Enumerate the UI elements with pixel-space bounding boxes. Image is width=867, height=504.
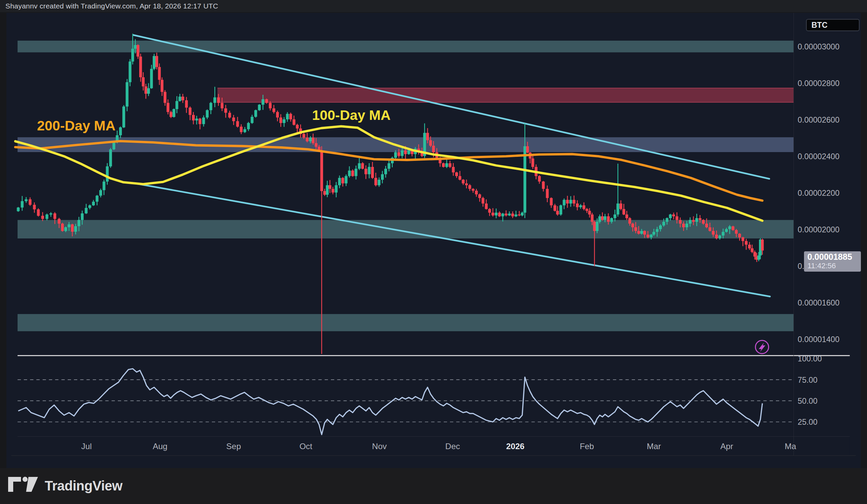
candle-body — [643, 231, 646, 235]
candle-body — [323, 191, 326, 195]
candle-body — [240, 127, 243, 132]
candle-body — [715, 235, 718, 238]
candle-body — [92, 202, 95, 205]
candle-body — [566, 200, 569, 204]
candle-body — [459, 176, 461, 180]
candle-body — [404, 150, 407, 154]
candle-body — [475, 191, 478, 194]
candle-body — [261, 99, 264, 105]
candle-body — [122, 106, 125, 127]
candle-body — [429, 140, 432, 146]
candle-body — [361, 163, 364, 169]
candle-body — [488, 209, 491, 213]
candle-body — [485, 204, 488, 209]
candle-body — [182, 97, 184, 100]
rsi-pane[interactable] — [18, 356, 794, 437]
candle-body — [309, 138, 312, 141]
candle-body — [757, 255, 760, 259]
candle-body — [593, 222, 596, 231]
price-axis-label: 0.00002600 — [798, 116, 839, 124]
candle-body — [364, 169, 367, 174]
price-chart-canvas[interactable]: 200-Day MA100-Day MA0.000030000.00002800… — [0, 12, 867, 468]
price-axis-label: 0.00003000 — [798, 42, 839, 51]
candle-body — [232, 118, 235, 121]
month-label-Apr: Apr — [720, 442, 733, 451]
symbol-button[interactable]: BTC — [806, 19, 859, 31]
candle-body — [468, 185, 471, 189]
candle-body — [546, 189, 549, 198]
candle-body — [144, 86, 147, 94]
candle-body — [109, 149, 112, 166]
candle-body — [745, 241, 748, 245]
candle-body — [531, 159, 534, 167]
price-axis-label: 0.00001400 — [798, 335, 839, 344]
candle-body — [526, 146, 529, 153]
candle-body — [387, 163, 390, 169]
current-price-value: 0.00001885 — [807, 252, 861, 261]
candle-body — [619, 204, 622, 209]
candle-body — [442, 163, 445, 167]
candle-body — [25, 199, 28, 201]
candle-body — [153, 56, 156, 69]
candle-body — [646, 235, 649, 237]
rsi-axis-label: 100.00 — [798, 354, 822, 363]
candle-body — [348, 171, 351, 176]
price-axis-label: 0.00002000 — [798, 225, 839, 234]
candle-body — [189, 108, 191, 115]
candle-body — [432, 146, 435, 152]
candle-body — [607, 216, 610, 222]
candle-body — [505, 214, 507, 215]
candle-body — [142, 77, 144, 86]
candle-body — [250, 117, 253, 123]
candle-body — [258, 105, 261, 110]
candle-body — [320, 150, 323, 191]
candle-body — [731, 226, 734, 230]
candle-body — [175, 101, 178, 109]
candle-body — [582, 205, 585, 209]
candle-body — [217, 97, 220, 103]
candle-body — [662, 222, 665, 226]
candle-body — [665, 218, 668, 222]
candle-body — [167, 103, 169, 112]
candle-body — [21, 201, 23, 208]
candle-body — [236, 121, 239, 127]
candle-body — [722, 232, 725, 236]
candle-body — [692, 220, 695, 222]
month-label-Aug: Aug — [153, 442, 167, 451]
candle-body — [306, 138, 309, 141]
rsi-axis-label: 50.00 — [798, 397, 817, 405]
current-price-badge: 0.00001885 11:42:56 — [804, 251, 861, 272]
candle-body — [449, 163, 451, 167]
candle-body — [244, 129, 246, 132]
candle-body — [221, 103, 224, 108]
candle-body — [179, 97, 181, 101]
candle-body — [712, 231, 715, 235]
candle-body — [195, 119, 198, 120]
candle-body — [672, 214, 675, 216]
candle-body — [126, 82, 128, 107]
candle-body — [213, 97, 216, 103]
candle-body — [326, 185, 329, 195]
attribution-bar: Shayannv created with TradingView.com, A… — [0, 0, 867, 12]
candle-body — [741, 237, 744, 241]
candle-body — [538, 176, 540, 182]
candle-body — [338, 178, 341, 185]
candle-body — [192, 115, 195, 120]
candle-body — [289, 114, 292, 119]
candle-body — [381, 174, 384, 180]
candle-body — [563, 200, 566, 205]
candle-body — [761, 239, 764, 250]
candle-body — [394, 152, 397, 158]
candle-body — [751, 248, 753, 252]
candle-body — [631, 224, 634, 227]
candle-body — [368, 167, 371, 174]
bar-countdown: 11:42:56 — [807, 261, 861, 270]
tradingview-logo[interactable]: TradingView — [8, 475, 122, 496]
candle-body — [407, 150, 410, 154]
candle-body — [462, 180, 465, 184]
candle-body — [106, 166, 109, 182]
candle-body — [472, 189, 474, 191]
candle-body — [64, 227, 67, 231]
candle-body — [638, 231, 640, 234]
candle-body — [158, 67, 161, 80]
